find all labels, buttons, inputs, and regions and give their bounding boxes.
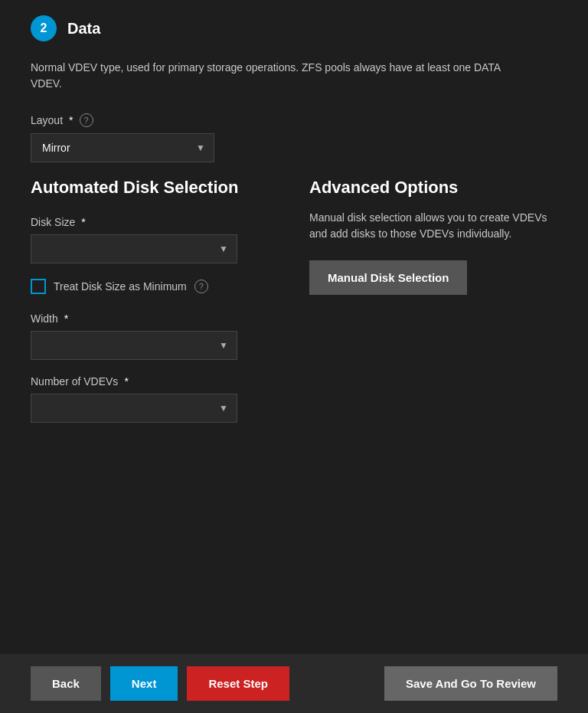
section-header: 2 Data <box>31 15 557 41</box>
vdevs-select[interactable] <box>31 394 237 423</box>
vdevs-label-text: Number of VDEVs <box>31 375 118 388</box>
reset-step-button[interactable]: Reset Step <box>187 666 289 701</box>
step-badge: 2 <box>31 15 57 41</box>
width-label-text: Width <box>31 312 58 325</box>
footer-bar: Back Next Reset Step Save And Go To Revi… <box>0 654 588 713</box>
page-container: 2 Data Normal VDEV type, used for primar… <box>0 0 588 713</box>
layout-field-group: Layout * ? Mirror Stripe RAIDZ1 RAIDZ2 R… <box>31 113 557 162</box>
width-field-group: Width * ▼ <box>31 312 279 360</box>
main-content: 2 Data Normal VDEV type, used for primar… <box>0 0 588 654</box>
advanced-options-description: Manual disk selection allows you to crea… <box>309 210 557 242</box>
layout-help-icon[interactable]: ? <box>80 113 93 127</box>
next-button[interactable]: Next <box>110 666 178 701</box>
automated-disk-section: Automated Disk Selection Disk Size * ▼ <box>31 178 279 438</box>
layout-select[interactable]: Mirror Stripe RAIDZ1 RAIDZ2 RAIDZ3 <box>31 133 214 162</box>
disk-size-label-text: Disk Size <box>31 216 75 228</box>
manual-disk-button[interactable]: Manual Disk Selection <box>309 260 467 295</box>
two-column-section: Automated Disk Selection Disk Size * ▼ <box>31 178 557 438</box>
vdevs-field-group: Number of VDEVs * ▼ <box>31 375 279 423</box>
advanced-options-section: Advanced Options Manual disk selection a… <box>309 178 557 438</box>
width-select-wrapper[interactable]: ▼ <box>31 331 237 360</box>
layout-label-text: Layout <box>31 114 63 126</box>
back-button[interactable]: Back <box>31 666 101 701</box>
layout-required-star: * <box>69 114 73 126</box>
layout-label: Layout * ? <box>31 113 557 127</box>
vdevs-label: Number of VDEVs * <box>31 375 279 388</box>
treat-minimum-help-icon[interactable]: ? <box>194 280 208 293</box>
vdevs-select-wrapper[interactable]: ▼ <box>31 394 237 423</box>
section-description: Normal VDEV type, used for primary stora… <box>31 60 521 92</box>
treat-minimum-checkbox[interactable] <box>31 279 46 294</box>
width-select[interactable] <box>31 331 237 360</box>
section-title: Data <box>67 20 100 38</box>
disk-size-label: Disk Size * <box>31 216 279 228</box>
treat-minimum-group: Treat Disk Size as Minimum ? <box>31 279 279 294</box>
save-and-review-button[interactable]: Save And Go To Review <box>384 666 557 701</box>
treat-minimum-label: Treat Disk Size as Minimum <box>54 280 187 293</box>
layout-select-wrapper[interactable]: Mirror Stripe RAIDZ1 RAIDZ2 RAIDZ3 ▼ <box>31 133 214 162</box>
width-label: Width * <box>31 312 279 325</box>
disk-size-field-group: Disk Size * ▼ <box>31 216 279 263</box>
disk-size-select-wrapper[interactable]: ▼ <box>31 234 237 263</box>
vdevs-required-star: * <box>124 375 128 388</box>
width-required-star: * <box>64 312 68 325</box>
disk-size-required-star: * <box>81 216 85 228</box>
disk-size-select[interactable] <box>31 234 237 263</box>
advanced-options-heading: Advanced Options <box>309 178 557 198</box>
automated-disk-heading: Automated Disk Selection <box>31 178 279 198</box>
